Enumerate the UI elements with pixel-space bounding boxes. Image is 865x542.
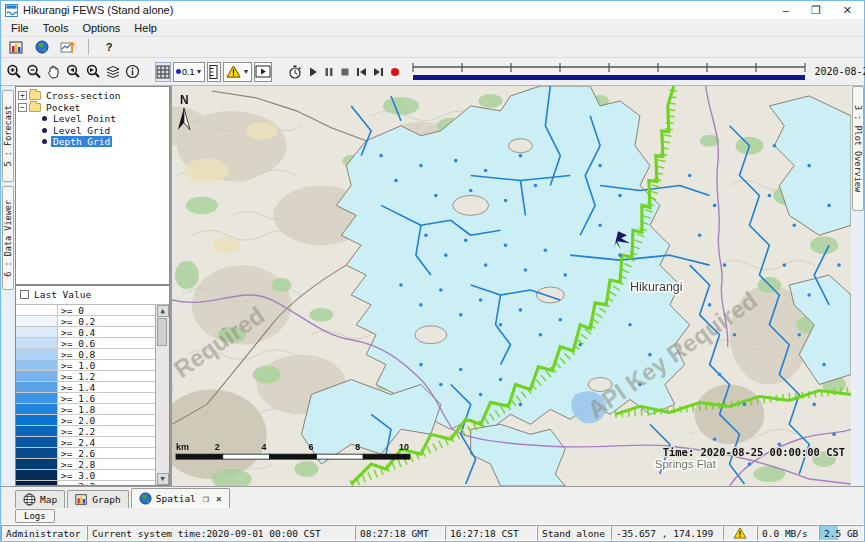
play-button[interactable] [306, 62, 320, 82]
pan-button[interactable] [45, 62, 62, 82]
legend-row[interactable]: >= 1.8 [16, 404, 155, 415]
legend-swatch [16, 327, 58, 337]
scroll-up-icon[interactable]: ▲ [157, 305, 169, 317]
bar-chart-icon [75, 493, 88, 506]
legend-swatch [16, 393, 58, 403]
menu-file[interactable]: File [5, 21, 35, 35]
legend-swatch [16, 404, 58, 414]
tab-close-button[interactable]: ✕ [216, 493, 222, 504]
tab-detach-button[interactable]: ❐ [203, 493, 209, 504]
zoom-out-icon [26, 64, 42, 80]
legend-swatch [16, 481, 58, 485]
zoom-previous-button[interactable] [64, 62, 82, 82]
zoom-in-button[interactable] [5, 62, 23, 82]
legend-row[interactable]: >= 0 [16, 305, 155, 316]
legend-row[interactable]: >= 3.2 [16, 481, 155, 485]
tab-data-viewer[interactable]: 6 : Data Viewer [2, 186, 14, 290]
tab-plot-overview[interactable]: 3 : Plot Overview [852, 86, 864, 211]
zoom-next-button[interactable] [84, 62, 102, 82]
legend-panel: Last Value >= 0 >= 0.2 >= 0.4 >= 0.6 >= … [15, 285, 170, 486]
menu-help[interactable]: Help [128, 21, 163, 35]
tree-item-cross-section[interactable]: + Cross-section [18, 90, 167, 102]
status-system-time: Current system time:2020-09-01 00:00 CST [87, 525, 355, 541]
zoom-out-button[interactable] [25, 62, 43, 82]
info-button[interactable] [124, 62, 141, 82]
zoom-in-icon [6, 64, 22, 80]
help-button[interactable]: ? [98, 37, 120, 57]
contour-interval-dropdown[interactable]: 0.1 ▼ [173, 62, 205, 82]
map-toolbar: 0.1 ▼ ▼ [1, 58, 864, 86]
skip-end-icon [372, 66, 385, 78]
menu-tools[interactable]: Tools [37, 21, 75, 35]
legend-row[interactable]: >= 2.8 [16, 459, 155, 470]
legend-row[interactable]: >= 0.6 [16, 338, 155, 349]
hand-pan-icon [46, 64, 61, 79]
time-slider-bar[interactable] [413, 75, 805, 80]
movie-player-button[interactable] [254, 62, 272, 82]
grid-display-button[interactable] [155, 62, 171, 82]
svg-text:km: km [176, 442, 189, 452]
step-first-button[interactable] [354, 62, 369, 82]
scale-ruler-button[interactable] [207, 62, 221, 82]
menu-options[interactable]: Options [76, 21, 126, 35]
stop-button[interactable] [338, 62, 352, 82]
bullet-icon [42, 139, 47, 144]
status-network: 0.0 MB/s [757, 525, 819, 541]
legend-row[interactable]: >= 0.4 [16, 327, 155, 338]
step-last-button[interactable] [371, 62, 386, 82]
play-box-icon [255, 65, 271, 78]
logs-button[interactable]: Logs [15, 509, 55, 523]
legend-row[interactable]: >= 1.2 [16, 371, 155, 382]
tree-item-level-point[interactable]: Level Point [40, 113, 167, 125]
tab-graph[interactable]: Graph [67, 490, 129, 508]
tab-forecast[interactable]: 5 : Forecast [2, 90, 14, 182]
map-display-button[interactable] [31, 37, 53, 57]
legend-swatch [16, 426, 58, 436]
close-button[interactable]: ✕ [843, 1, 852, 19]
warning-triangle-icon [226, 65, 241, 78]
tab-spatial[interactable]: Spatial ❐ ✕ [131, 488, 230, 508]
legend-row[interactable]: >= 1.4 [16, 382, 155, 393]
tree-item-level-grid[interactable]: Level Grid [40, 125, 167, 137]
time-slider[interactable] [410, 61, 808, 83]
legend-row[interactable]: >= 1.0 [16, 360, 155, 371]
place-label: Springs Flat [655, 458, 717, 470]
legend-row[interactable]: >= 3.0 [16, 470, 155, 481]
tab-map[interactable]: Map [15, 490, 65, 508]
layers-icon [105, 65, 121, 79]
legend-row[interactable]: >= 2.0 [16, 415, 155, 426]
expander-minus-icon[interactable]: − [18, 103, 27, 112]
legend-scrollbar[interactable]: ▲ ▼ [155, 305, 169, 485]
scroll-thumb[interactable] [157, 318, 167, 346]
svg-text:N: N [180, 93, 189, 107]
map-time-label: Time: 2020-08-25 00:00:00 CST [663, 446, 845, 458]
status-local-time: 16:27:18 CST [445, 525, 537, 541]
pause-button[interactable] [322, 62, 336, 82]
legend-row[interactable]: >= 1.6 [16, 393, 155, 404]
status-warning[interactable] [723, 525, 757, 541]
database-explorer-button[interactable] [5, 37, 27, 57]
legend-swatch [16, 448, 58, 458]
layers-button[interactable] [104, 62, 122, 82]
svg-text:2: 2 [215, 442, 220, 452]
animation-timer-button[interactable] [286, 62, 304, 82]
tree-item-pocket[interactable]: − Pocket [18, 102, 167, 114]
last-value-checkbox[interactable] [20, 290, 29, 299]
scroll-down-icon[interactable]: ▼ [157, 473, 169, 485]
timeseries-dialog-button[interactable] [57, 37, 79, 57]
legend-row[interactable]: >= 2.6 [16, 448, 155, 459]
tree-item-depth-grid[interactable]: Depth Grid [40, 136, 167, 148]
record-button[interactable] [388, 62, 402, 82]
legend-row[interactable]: >= 0.2 [16, 316, 155, 327]
play-icon [307, 66, 319, 78]
legend-row[interactable]: >= 0.8 [16, 349, 155, 360]
legend-row[interactable]: >= 2.2 [16, 426, 155, 437]
warning-threshold-dropdown[interactable]: ▼ [223, 62, 252, 82]
legend-row[interactable]: >= 2.4 [16, 437, 155, 448]
expander-plus-icon[interactable]: + [18, 91, 27, 100]
maximize-button[interactable]: ❐ [811, 1, 821, 19]
spatial-map[interactable]: API Key Required API Key Required Hikura… [171, 86, 851, 486]
last-value-label: Last Value [34, 289, 91, 300]
contour-interval-value: 0.1 [182, 67, 195, 77]
minimize-button[interactable]: – [783, 1, 789, 19]
